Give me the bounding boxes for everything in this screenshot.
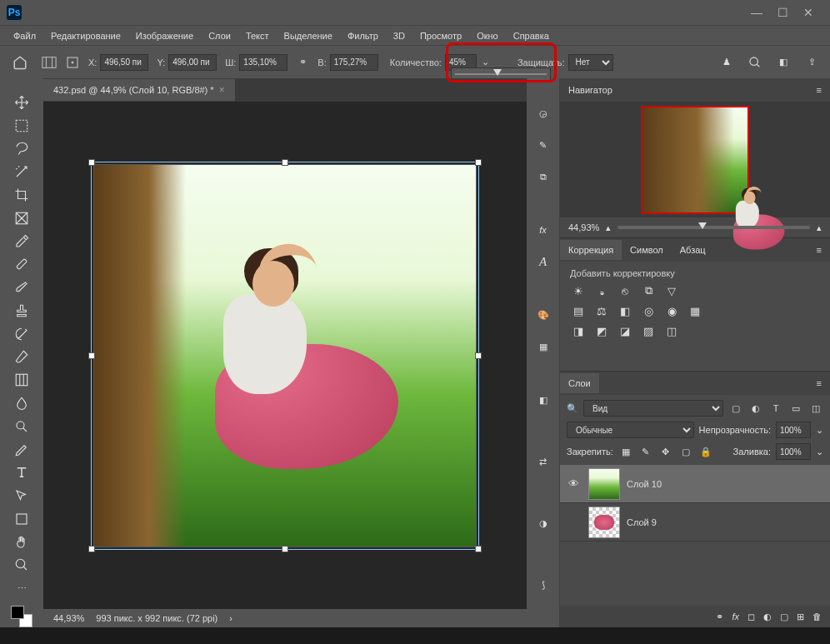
layer-item[interactable]: Слой 9 [560, 503, 830, 542]
filter-adjust-icon[interactable]: ◐ [748, 401, 763, 416]
search-icon[interactable] [743, 52, 767, 73]
zoom-in-icon[interactable]: ▴ [817, 222, 822, 233]
nav-zoom-value[interactable]: 44,93% [568, 222, 599, 232]
transform-icon[interactable] [42, 55, 57, 70]
gradient-tool[interactable] [8, 369, 35, 391]
swatches-icon[interactable]: ▦ [532, 337, 555, 357]
dropdown-icon[interactable]: ⌄ [482, 57, 489, 67]
fx-icon[interactable]: fx [532, 220, 555, 240]
handle-tm[interactable] [282, 159, 288, 166]
group-icon[interactable]: ▢ [780, 612, 788, 622]
eyedropper-tool[interactable] [8, 231, 35, 252]
eraser-tool[interactable] [8, 347, 35, 368]
pen-tool[interactable] [8, 439, 35, 461]
invert-icon[interactable]: ◨ [570, 323, 587, 338]
frame-tool[interactable] [8, 207, 35, 229]
x-input[interactable] [100, 54, 148, 71]
tab-layers[interactable]: Слои [560, 373, 599, 393]
tab-corrections[interactable]: Коррекция [560, 240, 622, 260]
blend-mode-select[interactable]: Обычные [567, 422, 694, 438]
fill-input[interactable] [776, 443, 811, 460]
kind-filter[interactable]: Вид [583, 400, 723, 417]
color-icon[interactable]: 🎨 [532, 305, 555, 325]
paths-icon[interactable]: ⟆ [532, 575, 555, 595]
menu-help[interactable]: Справка [507, 28, 556, 43]
w-input[interactable] [239, 54, 288, 71]
zoom-out-icon[interactable]: ▴ [606, 222, 611, 233]
menu-filter[interactable]: Фильтр [341, 28, 385, 43]
brush-tool[interactable] [8, 277, 35, 298]
trash-icon[interactable]: 🗑 [812, 612, 822, 622]
more-tools[interactable]: ⋯ [8, 577, 35, 599]
mixer-icon[interactable]: ◉ [663, 303, 680, 318]
layer-name[interactable]: Слой 9 [627, 517, 825, 527]
protect-select[interactable]: Нет [568, 54, 613, 71]
chevron-down-icon[interactable]: ⌄ [816, 425, 823, 436]
nav-slider-thumb[interactable] [698, 222, 707, 229]
visibility-icon[interactable]: 👁 [565, 477, 582, 490]
shape-tool[interactable] [8, 508, 35, 530]
fx-icon[interactable]: fx [732, 612, 739, 622]
status-chevron-icon[interactable]: › [229, 613, 232, 623]
handle-mr[interactable] [475, 352, 482, 359]
menu-layers[interactable]: Слои [202, 28, 238, 43]
poster-icon[interactable]: ◩ [593, 323, 610, 338]
channels-icon[interactable]: ◑ [532, 513, 555, 533]
layer-thumb[interactable] [588, 507, 620, 538]
blur-tool[interactable] [8, 392, 35, 414]
type-tool[interactable] [8, 462, 35, 483]
link-layers-icon[interactable]: ⚭ [716, 612, 723, 622]
vibrance-icon[interactable]: ▽ [663, 283, 680, 298]
levels-icon[interactable]: ₔ [593, 283, 610, 298]
marquee-tool[interactable] [8, 115, 35, 137]
tab-close-icon[interactable]: × [219, 84, 225, 96]
history-icon[interactable]: ◶ [532, 103, 555, 123]
thresh-icon[interactable]: ◪ [617, 323, 633, 338]
filter-type-icon[interactable]: T [768, 401, 783, 416]
new-layer-icon[interactable]: ⊞ [797, 612, 804, 622]
gradient2-icon[interactable]: ◧ [532, 390, 555, 410]
slider-track[interactable] [455, 73, 547, 75]
adjustment-layer-icon[interactable]: ◐ [763, 612, 772, 622]
slider-thumb[interactable] [493, 69, 502, 76]
filter-pixel-icon[interactable]: ▢ [728, 401, 743, 416]
brightness-icon[interactable]: ☀ [570, 283, 587, 298]
hand-tool[interactable] [8, 532, 35, 553]
brush2-icon[interactable]: ✎ [532, 135, 555, 155]
lookup-icon[interactable]: ▦ [687, 303, 703, 318]
curves-icon[interactable]: ⎋ [617, 283, 633, 298]
canvas-viewport[interactable] [43, 102, 527, 609]
hue-icon[interactable]: ▤ [570, 303, 587, 318]
minimize-icon[interactable]: — [751, 6, 762, 19]
wand-tool[interactable] [8, 161, 35, 182]
mask-icon[interactable]: ◻ [748, 612, 755, 622]
history-brush-tool[interactable] [8, 323, 35, 345]
maximize-icon[interactable]: ☐ [778, 6, 788, 19]
handle-br[interactable] [475, 546, 482, 552]
lock-nest-icon[interactable]: ▢ [678, 444, 693, 459]
lasso-tool[interactable] [8, 138, 35, 160]
layer-item[interactable]: 👁 Слой 10 [560, 465, 830, 503]
handle-ml[interactable] [88, 352, 95, 359]
menu-window[interactable]: Окно [470, 28, 505, 43]
nav-zoom-slider[interactable] [618, 226, 810, 229]
person-icon[interactable]: ♟ [715, 52, 738, 73]
layer-thumb[interactable] [588, 468, 620, 500]
path-tool[interactable] [8, 485, 35, 507]
menu-select[interactable]: Выделение [278, 28, 339, 43]
handle-tr[interactable] [475, 159, 482, 166]
h-input[interactable] [330, 54, 378, 71]
lock-all-icon[interactable]: 🔒 [698, 444, 713, 459]
search-icon[interactable]: 🔍 [567, 403, 578, 414]
lock-pos-icon[interactable]: ✥ [658, 444, 673, 459]
select-color-icon[interactable]: ◫ [663, 323, 680, 338]
gmap-icon[interactable]: ▨ [640, 323, 657, 338]
zoom-tool[interactable] [8, 555, 35, 577]
lock-paint-icon[interactable]: ✎ [638, 444, 653, 459]
color-swatch[interactable] [11, 606, 32, 627]
canvas-image[interactable] [93, 164, 477, 547]
tab-paragraph[interactable]: Абзац [672, 240, 714, 260]
panel-menu-icon[interactable]: ≡ [817, 245, 830, 255]
adjustment-icon[interactable]: ⇄ [532, 452, 555, 472]
document-tab[interactable]: 432.psd @ 44,9% (Слой 10, RGB/8#) *× [43, 79, 235, 101]
